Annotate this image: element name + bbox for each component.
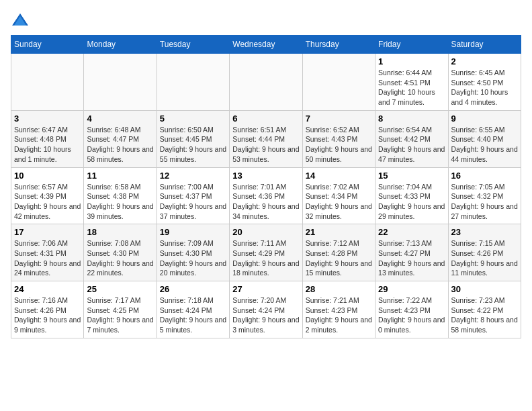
- day-number: 5: [160, 113, 226, 124]
- calendar-cell: 15Sunrise: 7:04 AMSunset: 4:33 PMDayligh…: [375, 167, 448, 224]
- day-info: Sunrise: 7:08 AMSunset: 4:30 PMDaylight:…: [87, 238, 153, 278]
- day-info: Sunrise: 6:55 AMSunset: 4:40 PMDaylight:…: [451, 125, 518, 165]
- calendar-cell: [230, 54, 302, 111]
- calendar-cell: [11, 54, 84, 111]
- day-info: Sunrise: 6:54 AMSunset: 4:42 PMDaylight:…: [378, 125, 445, 165]
- calendar-cell: 23Sunrise: 7:15 AMSunset: 4:26 PMDayligh…: [448, 224, 521, 281]
- logo-icon: [11, 11, 30, 30]
- day-info: Sunrise: 6:50 AMSunset: 4:45 PMDaylight:…: [160, 125, 226, 165]
- day-number: 26: [160, 284, 226, 294]
- day-number: 2: [451, 56, 518, 66]
- day-number: 11: [87, 171, 153, 181]
- calendar-cell: 13Sunrise: 7:01 AMSunset: 4:36 PMDayligh…: [230, 167, 302, 224]
- day-number: 22: [378, 227, 445, 237]
- calendar-cell: 7Sunrise: 6:52 AMSunset: 4:43 PMDaylight…: [302, 110, 375, 167]
- calendar-cell: 21Sunrise: 7:12 AMSunset: 4:28 PMDayligh…: [302, 224, 375, 281]
- day-info: Sunrise: 7:17 AMSunset: 4:25 PMDaylight:…: [87, 295, 153, 335]
- calendar-cell: 8Sunrise: 6:54 AMSunset: 4:42 PMDaylight…: [375, 110, 448, 167]
- day-info: Sunrise: 6:58 AMSunset: 4:38 PMDaylight:…: [87, 182, 153, 222]
- day-number: 9: [451, 113, 518, 124]
- calendar-cell: 14Sunrise: 7:02 AMSunset: 4:34 PMDayligh…: [302, 167, 375, 224]
- calendar-cell: [157, 54, 229, 111]
- day-info: Sunrise: 7:01 AMSunset: 4:36 PMDaylight:…: [232, 182, 299, 222]
- day-info: Sunrise: 7:23 AMSunset: 4:22 PMDaylight:…: [451, 295, 518, 335]
- day-number: 28: [306, 284, 372, 294]
- day-info: Sunrise: 6:52 AMSunset: 4:43 PMDaylight:…: [306, 125, 372, 165]
- day-number: 21: [306, 227, 372, 237]
- logo: [11, 11, 32, 30]
- calendar-cell: [302, 54, 375, 111]
- calendar-cell: 12Sunrise: 7:00 AMSunset: 4:37 PMDayligh…: [157, 167, 229, 224]
- calendar-cell: 20Sunrise: 7:11 AMSunset: 4:29 PMDayligh…: [230, 224, 302, 281]
- day-number: 4: [87, 113, 153, 124]
- calendar-cell: 10Sunrise: 6:57 AMSunset: 4:39 PMDayligh…: [11, 167, 84, 224]
- calendar-cell: 4Sunrise: 6:48 AMSunset: 4:47 PMDaylight…: [84, 110, 157, 167]
- day-info: Sunrise: 7:13 AMSunset: 4:27 PMDaylight:…: [378, 238, 445, 278]
- calendar-cell: 17Sunrise: 7:06 AMSunset: 4:31 PMDayligh…: [11, 224, 84, 281]
- day-info: Sunrise: 6:51 AMSunset: 4:44 PMDaylight:…: [232, 125, 299, 165]
- weekday-header-monday: Monday: [84, 36, 157, 54]
- day-info: Sunrise: 7:11 AMSunset: 4:29 PMDaylight:…: [232, 238, 299, 278]
- day-number: 12: [160, 171, 226, 181]
- day-number: 6: [232, 113, 299, 124]
- calendar-cell: 27Sunrise: 7:20 AMSunset: 4:24 PMDayligh…: [230, 281, 302, 338]
- day-number: 3: [14, 113, 81, 124]
- week-row-1: 1Sunrise: 6:44 AMSunset: 4:51 PMDaylight…: [11, 54, 521, 111]
- calendar-cell: 5Sunrise: 6:50 AMSunset: 4:45 PMDaylight…: [157, 110, 229, 167]
- day-info: Sunrise: 7:02 AMSunset: 4:34 PMDaylight:…: [306, 182, 372, 222]
- week-row-5: 24Sunrise: 7:16 AMSunset: 4:26 PMDayligh…: [11, 281, 521, 338]
- day-number: 27: [232, 284, 299, 294]
- calendar-cell: 19Sunrise: 7:09 AMSunset: 4:30 PMDayligh…: [157, 224, 229, 281]
- day-number: 30: [451, 284, 518, 294]
- weekday-header-saturday: Saturday: [448, 36, 521, 54]
- day-number: 20: [232, 227, 299, 237]
- day-info: Sunrise: 7:20 AMSunset: 4:24 PMDaylight:…: [232, 295, 299, 335]
- day-number: 15: [378, 171, 445, 181]
- day-number: 23: [451, 227, 518, 237]
- day-info: Sunrise: 7:21 AMSunset: 4:23 PMDaylight:…: [306, 295, 372, 335]
- day-number: 25: [87, 284, 153, 294]
- day-info: Sunrise: 7:22 AMSunset: 4:23 PMDaylight:…: [378, 295, 445, 335]
- day-number: 1: [378, 56, 445, 66]
- weekday-header-row: SundayMondayTuesdayWednesdayThursdayFrid…: [11, 36, 521, 54]
- day-number: 19: [160, 227, 226, 237]
- calendar-cell: 2Sunrise: 6:45 AMSunset: 4:50 PMDaylight…: [448, 54, 521, 111]
- weekday-header-thursday: Thursday: [302, 36, 375, 54]
- calendar-cell: 22Sunrise: 7:13 AMSunset: 4:27 PMDayligh…: [375, 224, 448, 281]
- day-info: Sunrise: 6:48 AMSunset: 4:47 PMDaylight:…: [87, 125, 153, 165]
- calendar: SundayMondayTuesdayWednesdayThursdayFrid…: [11, 35, 521, 338]
- day-number: 18: [87, 227, 153, 237]
- day-number: 16: [451, 171, 518, 181]
- page-header: [11, 11, 521, 30]
- week-row-2: 3Sunrise: 6:47 AMSunset: 4:48 PMDaylight…: [11, 110, 521, 167]
- day-info: Sunrise: 7:15 AMSunset: 4:26 PMDaylight:…: [451, 238, 518, 278]
- calendar-cell: 6Sunrise: 6:51 AMSunset: 4:44 PMDaylight…: [230, 110, 302, 167]
- week-row-4: 17Sunrise: 7:06 AMSunset: 4:31 PMDayligh…: [11, 224, 521, 281]
- weekday-header-sunday: Sunday: [11, 36, 84, 54]
- calendar-cell: 30Sunrise: 7:23 AMSunset: 4:22 PMDayligh…: [448, 281, 521, 338]
- calendar-cell: [84, 54, 157, 111]
- day-info: Sunrise: 6:45 AMSunset: 4:50 PMDaylight:…: [451, 68, 518, 107]
- day-info: Sunrise: 6:44 AMSunset: 4:51 PMDaylight:…: [378, 68, 445, 107]
- day-info: Sunrise: 7:12 AMSunset: 4:28 PMDaylight:…: [306, 238, 372, 278]
- weekday-header-tuesday: Tuesday: [157, 36, 229, 54]
- calendar-cell: 25Sunrise: 7:17 AMSunset: 4:25 PMDayligh…: [84, 281, 157, 338]
- day-info: Sunrise: 7:00 AMSunset: 4:37 PMDaylight:…: [160, 182, 226, 222]
- day-info: Sunrise: 7:18 AMSunset: 4:24 PMDaylight:…: [160, 295, 226, 335]
- day-info: Sunrise: 7:04 AMSunset: 4:33 PMDaylight:…: [378, 182, 445, 222]
- calendar-cell: 1Sunrise: 6:44 AMSunset: 4:51 PMDaylight…: [375, 54, 448, 111]
- day-info: Sunrise: 6:47 AMSunset: 4:48 PMDaylight:…: [14, 125, 81, 165]
- day-number: 24: [14, 284, 81, 294]
- calendar-cell: 9Sunrise: 6:55 AMSunset: 4:40 PMDaylight…: [448, 110, 521, 167]
- day-number: 14: [306, 171, 372, 181]
- calendar-cell: 16Sunrise: 7:05 AMSunset: 4:32 PMDayligh…: [448, 167, 521, 224]
- day-info: Sunrise: 7:05 AMSunset: 4:32 PMDaylight:…: [451, 182, 518, 222]
- day-info: Sunrise: 7:06 AMSunset: 4:31 PMDaylight:…: [14, 238, 81, 278]
- day-number: 17: [14, 227, 81, 237]
- day-number: 29: [378, 284, 445, 294]
- day-number: 13: [232, 171, 299, 181]
- day-info: Sunrise: 6:57 AMSunset: 4:39 PMDaylight:…: [14, 182, 81, 222]
- calendar-cell: 18Sunrise: 7:08 AMSunset: 4:30 PMDayligh…: [84, 224, 157, 281]
- calendar-cell: 26Sunrise: 7:18 AMSunset: 4:24 PMDayligh…: [157, 281, 229, 338]
- day-number: 7: [306, 113, 372, 124]
